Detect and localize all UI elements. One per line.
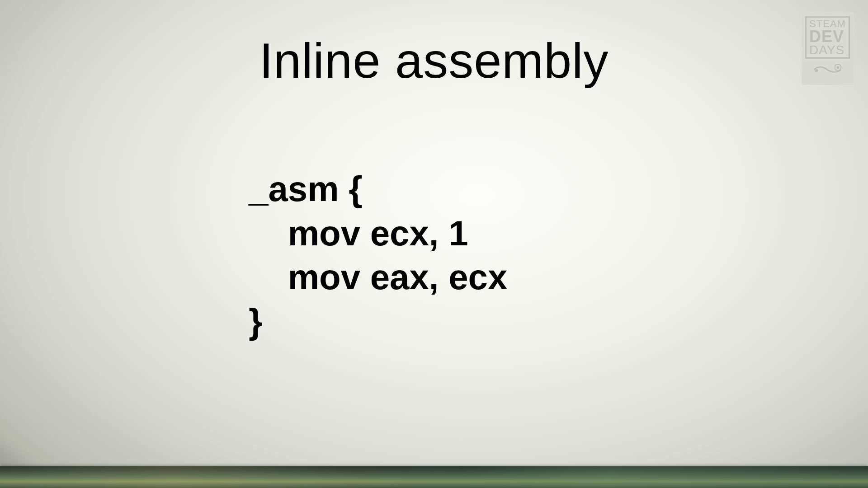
svg-point-2 — [815, 69, 818, 72]
code-block: _asm { mov ecx, 1 mov eax, ecx } — [249, 167, 507, 343]
svg-point-1 — [836, 66, 839, 69]
code-line-1: _asm { — [249, 169, 363, 209]
steam-dev-days-logo: STEAM DEV DAYS — [802, 13, 854, 85]
logo-line-days: DAYS — [809, 44, 844, 56]
code-line-4: } — [249, 301, 262, 341]
logo-text-box: STEAM DEV DAYS — [805, 16, 850, 59]
slide: Inline assembly _asm { mov ecx, 1 mov ea… — [0, 0, 868, 488]
code-line-3: mov eax, ecx — [249, 257, 507, 297]
code-line-2: mov ecx, 1 — [249, 213, 468, 253]
slide-title: Inline assembly — [0, 32, 868, 89]
footer-strip — [0, 466, 868, 488]
steam-icon — [812, 62, 844, 75]
logo-line-dev: DEV — [809, 29, 844, 44]
